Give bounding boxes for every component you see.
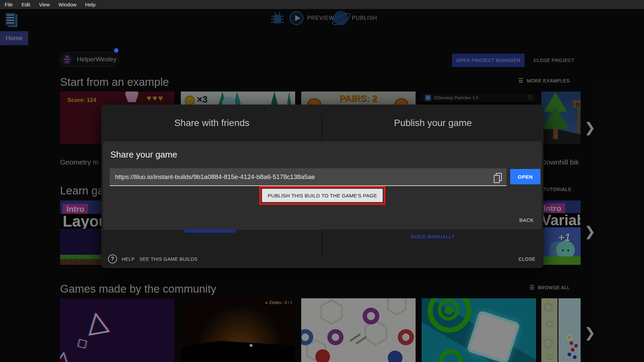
gdevelop-window: File Edit View Window Help PREVIEW PUBLI… (0, 0, 644, 362)
menu-help[interactable]: Help (85, 2, 96, 7)
share-dialog: Share with friends Publish your game Sha… (101, 105, 543, 268)
back-button[interactable]: BACK (519, 217, 534, 223)
panel-title: Share your game (110, 149, 177, 160)
tab-share-with-friends[interactable]: Share with friends (101, 105, 322, 141)
notification-dot (114, 48, 118, 53)
build-manually-link[interactable]: BUILD MANUALLY (322, 234, 543, 239)
open-url-button[interactable]: OPEN (510, 169, 540, 184)
see-builds-link[interactable]: SEE THIS GAME BUILDS (140, 256, 198, 262)
build-url-field[interactable]: https://liluo.io/instant-builds/9b1a0884… (110, 168, 506, 186)
dialog-footer: ? HELP SEE THIS GAME BUILDS CLOSE (101, 250, 543, 268)
copy-icon[interactable] (496, 173, 502, 181)
help-link[interactable]: HELP (122, 256, 135, 262)
publish-build-button[interactable]: PUBLISH THIS BUILD TO THE GAME'S PAGE (262, 189, 383, 202)
menu-file[interactable]: File (5, 2, 13, 7)
tab-publish-your-game[interactable]: Publish your game (322, 105, 543, 141)
share-your-game-panel: Share your game https://liluo.io/instant… (103, 141, 542, 229)
menu-bar: File Edit View Window Help (0, 0, 644, 9)
help-icon[interactable]: ? (108, 254, 117, 263)
build-url-value[interactable]: https://liluo.io/instant-builds/9b1a0884… (115, 173, 496, 181)
menu-edit[interactable]: Edit (21, 2, 30, 7)
menu-view[interactable]: View (39, 2, 50, 7)
menu-window[interactable]: Window (58, 2, 76, 7)
share-dialog-tabs: Share with friends Publish your game (101, 105, 543, 141)
close-dialog-button[interactable]: CLOSE (519, 256, 535, 262)
selected-tab-indicator (184, 229, 236, 233)
annotation-highlight-box: PUBLISH THIS BUILD TO THE GAME'S PAGE (259, 186, 385, 205)
